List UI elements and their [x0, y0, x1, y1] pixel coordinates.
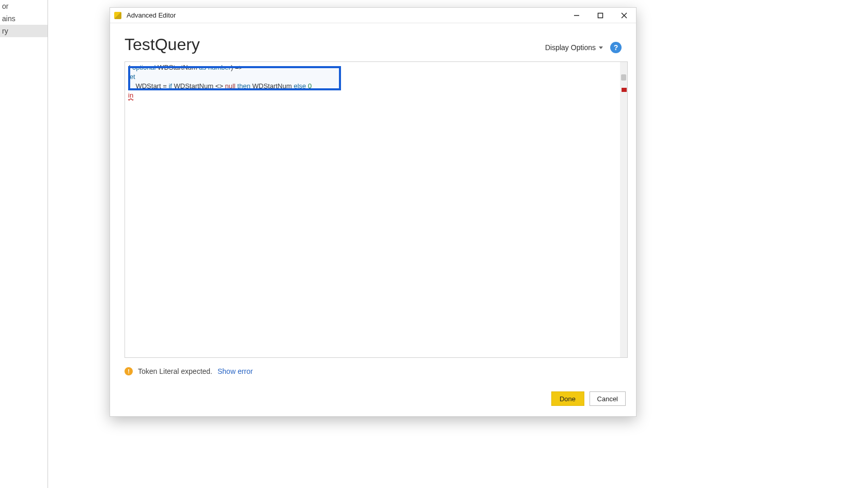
svg-rect-1: [598, 13, 603, 18]
cancel-button[interactable]: Cancel: [590, 391, 626, 406]
vertical-scrollbar[interactable]: [620, 62, 627, 357]
display-options-label: Display Options: [545, 43, 596, 52]
error-marker: [622, 88, 627, 92]
close-button[interactable]: [612, 8, 636, 23]
error-message: Token Literal expected.: [138, 367, 212, 375]
background-left-panel: or ains ry: [0, 0, 48, 488]
code-content: ( optional WDStartNum as number) => let …: [125, 62, 627, 101]
display-options-dropdown[interactable]: Display Options: [545, 43, 603, 52]
dialog-title: Advanced Editor: [127, 11, 176, 19]
error-row: ! Token Literal expected. Show error: [125, 367, 628, 375]
advanced-editor-dialog: Advanced Editor TestQuery Display Option…: [110, 7, 637, 417]
list-item[interactable]: ry: [0, 25, 48, 37]
header-row: TestQuery Display Options ?: [110, 23, 636, 54]
query-list: or ains ry: [0, 0, 48, 37]
warning-icon: !: [125, 367, 133, 375]
code-editor[interactable]: ( optional WDStartNum as number) => let …: [125, 61, 628, 358]
minimize-button[interactable]: [565, 8, 588, 23]
app-icon: [113, 11, 122, 20]
titlebar: Advanced Editor: [110, 8, 636, 23]
list-item[interactable]: or: [0, 0, 48, 12]
maximize-button[interactable]: [588, 8, 612, 23]
query-name: TestQuery: [125, 35, 200, 54]
scrollbar-thumb[interactable]: [621, 74, 626, 81]
show-error-link[interactable]: Show error: [218, 367, 253, 375]
vertical-divider: [48, 0, 48, 488]
done-button[interactable]: Done: [551, 391, 584, 406]
chevron-down-icon: [599, 46, 603, 49]
dialog-footer: Done Cancel: [551, 391, 626, 406]
list-item[interactable]: ains: [0, 12, 48, 25]
help-icon[interactable]: ?: [610, 42, 622, 53]
